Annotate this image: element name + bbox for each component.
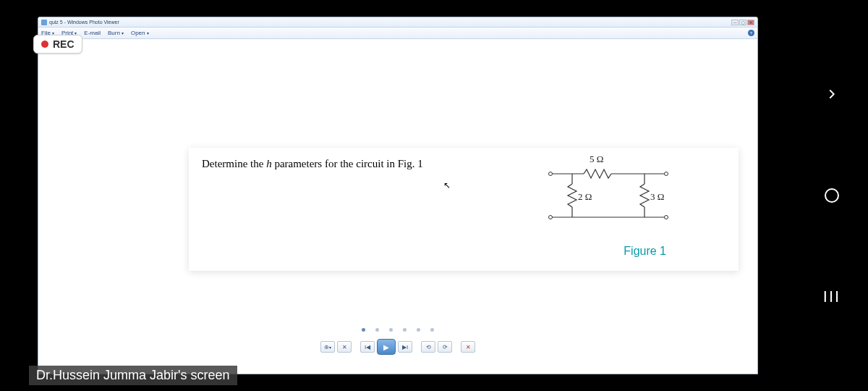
help-button[interactable]: ? xyxy=(748,30,754,36)
problem-slide: Determine the h parameters for the circu… xyxy=(189,148,739,271)
svg-point-9 xyxy=(549,216,553,219)
menu-email[interactable]: E-mail xyxy=(84,30,101,36)
chevron-right-icon xyxy=(824,86,840,102)
page-dot xyxy=(362,328,365,332)
nav-back-button[interactable] xyxy=(817,80,846,109)
svg-point-8 xyxy=(549,172,553,176)
menu-email-label: E-mail xyxy=(84,30,101,36)
prev-button[interactable]: I◀ xyxy=(360,341,375,353)
prompt-pre: Determine the xyxy=(202,158,266,169)
r-left-label: 2 Ω xyxy=(578,191,592,202)
page-dot xyxy=(417,328,420,332)
svg-point-12 xyxy=(825,189,838,202)
maximize-button[interactable]: ▢ xyxy=(739,20,746,25)
page-dot xyxy=(389,328,393,332)
menu-open[interactable]: Open ▾ xyxy=(131,30,149,36)
page-dots xyxy=(362,328,434,332)
rotate-ccw-button[interactable]: ⟲ xyxy=(421,341,435,353)
play-slideshow-button[interactable]: ▶ xyxy=(377,339,396,355)
record-dot-icon xyxy=(41,41,48,48)
viewer-controls: ⊕▾ ✕ I◀ ▶ ▶I ⟲ ⟳ ✕ xyxy=(320,339,475,355)
next-button[interactable]: ▶I xyxy=(398,341,412,353)
prompt-var: h xyxy=(266,158,272,169)
close-button[interactable]: ✕ xyxy=(747,20,754,25)
svg-point-10 xyxy=(665,172,668,176)
recording-badge: REC xyxy=(33,35,82,54)
nav-recent-button[interactable]: III xyxy=(817,282,846,311)
page-dot xyxy=(430,328,434,332)
dropdown-caret-icon: ▾ xyxy=(147,30,149,35)
menu-open-label: Open xyxy=(131,30,145,36)
svg-point-11 xyxy=(665,216,668,219)
r-top-label: 5 Ω xyxy=(590,154,603,164)
shared-screen-area: quiz 5 - Windows Photo Viewer — ▢ ✕ File… xyxy=(0,0,796,391)
minimize-button[interactable]: — xyxy=(731,20,739,25)
page-dot xyxy=(403,328,407,332)
figure-caption: Figure 1 xyxy=(624,245,666,258)
window-titlebar: quiz 5 - Windows Photo Viewer — ▢ ✕ xyxy=(38,17,757,28)
zoom-icon: ⊕ xyxy=(324,344,329,350)
prompt-post: parameters for the circuit in Fig. 1 xyxy=(272,158,423,169)
recording-label: REC xyxy=(53,38,75,50)
zoom-button[interactable]: ⊕▾ xyxy=(320,341,335,353)
app-icon xyxy=(41,20,47,25)
mouse-cursor-icon: ↖ xyxy=(443,180,451,190)
rotate-cw-button[interactable]: ⟳ xyxy=(438,341,452,353)
titlebar-left: quiz 5 - Windows Photo Viewer xyxy=(41,20,119,25)
photo-viewer-window: quiz 5 - Windows Photo Viewer — ▢ ✕ File… xyxy=(38,17,758,374)
window-title: quiz 5 - Windows Photo Viewer xyxy=(49,20,119,25)
page-dot xyxy=(375,328,379,332)
screen-share-caption: Dr.Hussein Jumma Jabir's screen xyxy=(29,366,237,385)
nav-home-button[interactable] xyxy=(817,181,846,210)
delete-button[interactable]: ✕ xyxy=(461,341,475,353)
window-buttons: — ▢ ✕ xyxy=(731,20,754,25)
fit-button[interactable]: ✕ xyxy=(337,341,352,353)
android-nav-bar: III xyxy=(796,0,868,391)
dropdown-caret-icon: ▾ xyxy=(329,345,331,350)
dropdown-caret-icon: ▾ xyxy=(122,30,124,35)
circuit-diagram: 5 Ω 2 Ω 3 Ω xyxy=(550,152,695,232)
r-right-label: 3 Ω xyxy=(650,191,664,202)
circle-icon xyxy=(823,187,841,204)
menu-burn[interactable]: Burn ▾ xyxy=(108,30,124,36)
menu-burn-label: Burn xyxy=(108,30,120,36)
menubar: File ▾ Print ▾ E-mail Burn ▾ Open ▾ ? xyxy=(38,28,757,39)
